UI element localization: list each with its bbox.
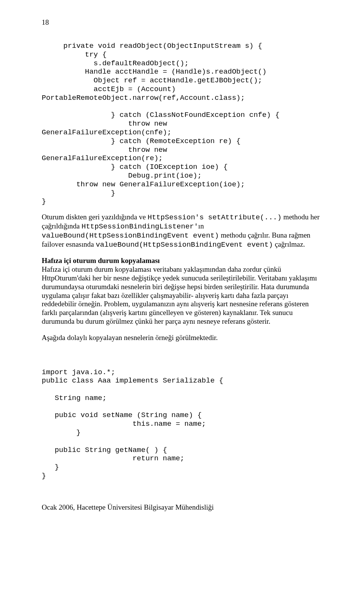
- para1-mono4: valueBound(HttpSessionBindingEvent event…: [96, 241, 273, 249]
- para1-mono3: valueBound(HttpSessionBindingEvent event…: [42, 231, 219, 240]
- memory-session-body: Hafıza içi oturum durum kopyalaması veri…: [42, 265, 317, 325]
- footer: Ocak 2006, Hacettepe Üniversitesi Bilgis…: [42, 503, 322, 512]
- code-block-2: import java.io.*; public class Aaa imple…: [42, 368, 322, 480]
- page: 18 private void readObject(ObjectInputSt…: [0, 0, 364, 527]
- paragraph-indirect-copy: Aşağıda dolaylı kopyalayan nesnelerin ör…: [42, 334, 322, 342]
- para1-pre: Oturum diskten geri yazıldığında ve: [42, 213, 147, 221]
- para1-mono2: HttpSessionBindingListener': [82, 222, 198, 231]
- code-block-1: private void readObject(ObjectInputStrea…: [42, 42, 322, 206]
- para1-post: çağrılmaz.: [273, 240, 305, 248]
- para1-mid2: ın: [198, 222, 204, 230]
- memory-session-section: Hafıza içi oturum durum kopyalaması Hafı…: [42, 257, 322, 326]
- memory-session-heading: Hafıza içi oturum durum kopyalaması: [42, 257, 160, 265]
- paragraph-session-attribute: Oturum diskten geri yazıldığında ve Http…: [42, 213, 322, 249]
- page-number: 18: [42, 18, 322, 27]
- para1-mono1: HttpSession's setAttribute(...): [147, 213, 281, 222]
